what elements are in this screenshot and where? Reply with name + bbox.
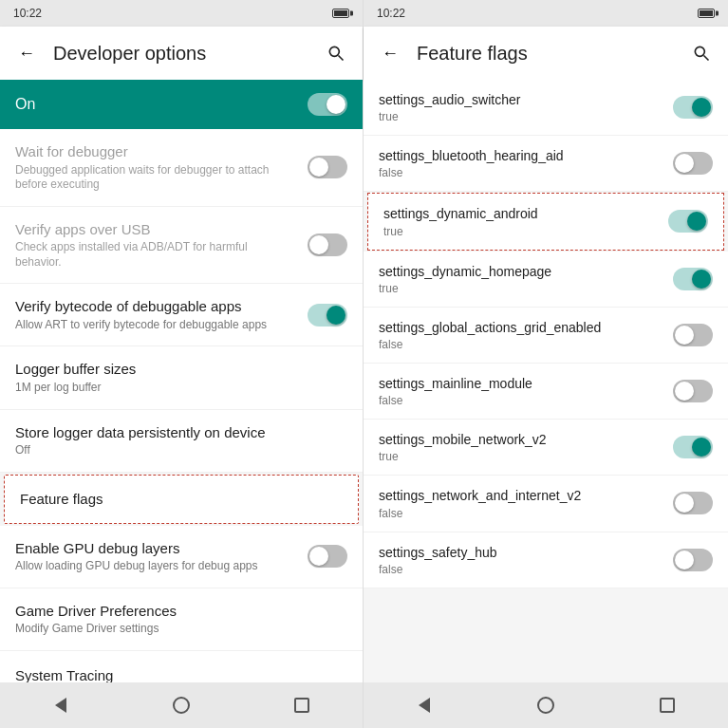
status-bar-left: 10:22 [0,0,363,27]
nav-back-button-left[interactable] [46,690,76,720]
settings-list: Wait for debugger Debugged application w… [0,129,363,682]
status-icons-left [332,9,349,18]
flag-value-mobile-network-v2: true [379,450,662,463]
flag-value-global-actions-grid-enabled: false [379,338,662,351]
setting-game-driver[interactable]: Game Driver Preferences Modify Game Driv… [0,588,363,651]
flag-value-dynamic-homepage: true [379,282,662,295]
setting-text-wait-for-debugger: Wait for debugger Debugged application w… [15,142,296,193]
search-icon-left [327,44,345,63]
setting-desc-store-logger: Off [15,443,336,458]
setting-store-logger[interactable]: Store logger data persistently on device… [0,410,363,473]
search-icon-right [692,44,711,63]
flag-value-dynamic-android: true [383,225,657,238]
toggle-wait-for-debugger[interactable] [308,156,347,178]
toggle-bluetooth-hearing-aid[interactable] [673,152,713,175]
toggle-dynamic-android[interactable] [668,210,708,233]
battery-icon-right [698,9,715,18]
flag-title-dynamic-homepage: settings_dynamic_homepage [379,263,662,280]
flag-title-mobile-network-v2: settings_mobile_network_v2 [379,431,662,448]
toggle-audio-switcher[interactable] [673,96,713,119]
flag-settings-dynamic-homepage[interactable]: settings_dynamic_homepage true [364,252,728,308]
setting-desc-verify-apps-usb: Check apps installed via ADB/ADT for har… [15,240,296,270]
setting-desc-gpu-debug: Allow loading GPU debug layers for debug… [15,559,296,574]
flag-settings-network-and-internet-v2[interactable]: settings_network_and_internet_v2 false [364,476,728,532]
toggle-mainline-module[interactable] [673,380,713,402]
svg-line-1 [339,56,344,61]
flag-settings-dynamic-android[interactable]: settings_dynamic_android true [367,193,724,250]
home-circle-icon-right [537,697,554,714]
toggle-knob [327,95,345,114]
toggle-dynamic-homepage[interactable] [673,268,713,290]
toggle-knob [687,212,706,231]
flag-settings-safety-hub[interactable]: settings_safety_hub false [364,532,728,588]
flag-text-dynamic-homepage: settings_dynamic_homepage true [379,263,662,295]
page-title-left: Developer options [53,43,317,65]
page-title-right: Feature flags [417,43,682,65]
search-button-left[interactable] [317,34,355,72]
toggle-network-and-internet-v2[interactable] [673,492,713,514]
nav-home-button-left[interactable] [166,690,196,720]
setting-feature-flags[interactable]: Feature flags [4,475,359,524]
flag-text-bluetooth-hearing-aid: settings_bluetooth_hearing_aid false [379,147,662,179]
setting-text-logger-buffer: Logger buffer sizes 1M per log buffer [15,360,336,395]
setting-gpu-debug[interactable]: Enable GPU debug layers Allow loading GP… [0,526,363,588]
svg-point-0 [329,47,339,56]
toggle-mobile-network-v2[interactable] [673,436,713,458]
setting-verify-bytecode[interactable]: Verify bytecode of debuggable apps Allow… [0,284,363,346]
flag-text-dynamic-android: settings_dynamic_android true [383,205,657,237]
toggle-safety-hub[interactable] [673,549,713,571]
setting-text-system-tracing: System Tracing [15,666,336,682]
setting-desc-verify-bytecode: Allow ART to verify bytecode for debugga… [15,318,296,333]
nav-bar-left [0,682,363,728]
nav-bar-right [364,682,728,728]
toggle-global-actions-grid-enabled[interactable] [673,324,713,346]
back-button-left[interactable]: ← [8,34,46,72]
toggle-knob [692,98,711,117]
toggle-verify-apps-usb[interactable] [308,233,347,256]
back-triangle-icon-left [55,698,66,713]
flag-settings-global-actions-grid-enabled[interactable]: settings_global_actions_grid_enabled fal… [364,308,728,364]
setting-text-gpu-debug: Enable GPU debug layers Allow loading GP… [15,539,296,574]
toggle-knob [675,326,694,345]
flag-title-audio-switcher: settings_audio_switcher [379,91,662,108]
setting-desc-wait-for-debugger: Debugged application waits for debugger … [15,163,296,193]
flag-title-dynamic-android: settings_dynamic_android [383,205,657,222]
setting-desc-logger-buffer: 1M per log buffer [15,381,336,396]
setting-title-store-logger: Store logger data persistently on device [15,423,336,442]
time-left: 10:22 [13,7,42,20]
app-bar-left: ← Developer options [0,27,363,80]
nav-recent-button-right[interactable] [652,690,682,720]
developer-options-toggle[interactable] [308,93,347,116]
flag-settings-mainline-module[interactable]: settings_mainline_module false [364,364,728,420]
flag-value-bluetooth-hearing-aid: false [379,166,662,179]
back-arrow-left: ← [18,44,35,64]
status-icons-right [698,9,715,18]
flag-settings-mobile-network-v2[interactable]: settings_mobile_network_v2 true [364,420,728,476]
flag-value-network-and-internet-v2: false [379,507,662,520]
home-circle-icon-left [173,697,190,714]
flag-settings-bluetooth-hearing-aid[interactable]: settings_bluetooth_hearing_aid false [364,136,728,192]
setting-wait-for-debugger[interactable]: Wait for debugger Debugged application w… [0,129,363,207]
flag-text-audio-switcher: settings_audio_switcher true [379,91,662,123]
flag-title-network-and-internet-v2: settings_network_and_internet_v2 [379,487,662,504]
back-arrow-right: ← [382,44,399,64]
nav-recent-button-left[interactable] [287,690,317,720]
setting-system-tracing[interactable]: System Tracing [0,651,363,682]
setting-title-feature-flags: Feature flags [20,490,331,509]
toggle-gpu-debug[interactable] [308,545,347,568]
setting-desc-game-driver: Modify Game Driver settings [15,622,336,637]
flag-title-bluetooth-hearing-aid: settings_bluetooth_hearing_aid [379,147,662,164]
nav-back-button-right[interactable] [409,690,439,720]
status-bar-right: 10:22 [364,0,728,27]
nav-home-button-right[interactable] [531,690,561,720]
setting-logger-buffer[interactable]: Logger buffer sizes 1M per log buffer [0,346,363,409]
toggle-knob [309,547,328,566]
developer-options-on-row[interactable]: On [0,80,363,129]
app-bar-right: ← Feature flags [364,27,728,80]
toggle-verify-bytecode[interactable] [308,304,347,327]
search-button-right[interactable] [682,34,720,72]
setting-verify-apps-usb[interactable]: Verify apps over USB Check apps installe… [0,207,363,285]
flag-settings-audio-switcher[interactable]: settings_audio_switcher true [364,80,728,136]
toggle-knob [675,382,694,401]
back-button-right[interactable]: ← [371,34,409,72]
